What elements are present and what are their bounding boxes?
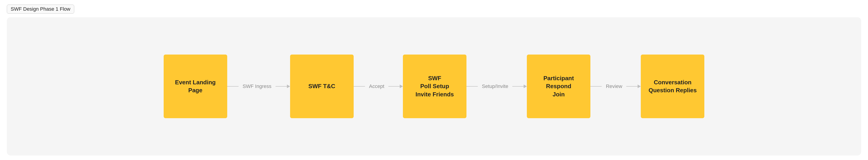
connector-label-3: Setup/Invite [478, 83, 512, 89]
connector-left-line-3 [466, 86, 478, 87]
arrow-shaft-1 [276, 86, 287, 87]
connector-label-2: Accept [365, 83, 389, 89]
arrow-head-2 [400, 84, 403, 88]
flow-container: Event LandingPage SWF Ingress SWF T&C Ac… [7, 17, 861, 156]
connector-accept: Accept [354, 83, 403, 89]
flow-node-event-landing-label: Event LandingPage [175, 78, 216, 94]
arrow-line-4 [626, 84, 641, 88]
arrow-line-1 [276, 84, 290, 88]
flow-node-participant[interactable]: ParticipantRespondJoin [527, 55, 590, 118]
connector-left-line-4 [590, 86, 602, 87]
connector-label-1: SWF Ingress [239, 83, 276, 89]
flow-node-event-landing[interactable]: Event LandingPage [164, 55, 227, 118]
arrow-line-3 [512, 84, 527, 88]
flow-node-swf-poll-setup[interactable]: SWFPoll SetupInvite Friends [403, 55, 466, 118]
flow-node-conversation[interactable]: ConversationQuestion Replies [641, 55, 704, 118]
arrow-shaft-2 [389, 86, 400, 87]
arrow-shaft-3 [512, 86, 524, 87]
connector-review: Review [590, 83, 641, 89]
arrow-head-3 [524, 84, 527, 88]
connector-setup-invite: Setup/Invite [466, 83, 527, 89]
flow-node-swf-tc[interactable]: SWF T&C [290, 55, 354, 118]
page-container: SWF Design Phase 1 Flow Event LandingPag… [0, 0, 868, 160]
connector-left-line-2 [354, 86, 365, 87]
flow-node-participant-label: ParticipantRespondJoin [544, 74, 574, 98]
arrow-head-1 [287, 84, 290, 88]
arrow-line-2 [389, 84, 403, 88]
title-badge: SWF Design Phase 1 Flow [7, 4, 74, 14]
connector-label-4: Review [602, 83, 626, 89]
arrow-shaft-4 [626, 86, 638, 87]
arrow-head-4 [638, 84, 641, 88]
flow-node-swf-tc-label: SWF T&C [308, 82, 335, 90]
flow-node-conversation-label: ConversationQuestion Replies [649, 78, 696, 94]
connector-left-line-1 [227, 86, 239, 87]
flow-diagram: Event LandingPage SWF Ingress SWF T&C Ac… [25, 55, 843, 118]
connector-swf-ingress: SWF Ingress [227, 83, 290, 89]
page-title: SWF Design Phase 1 Flow [11, 6, 70, 12]
flow-node-swf-poll-setup-label: SWFPoll SetupInvite Friends [415, 74, 454, 98]
